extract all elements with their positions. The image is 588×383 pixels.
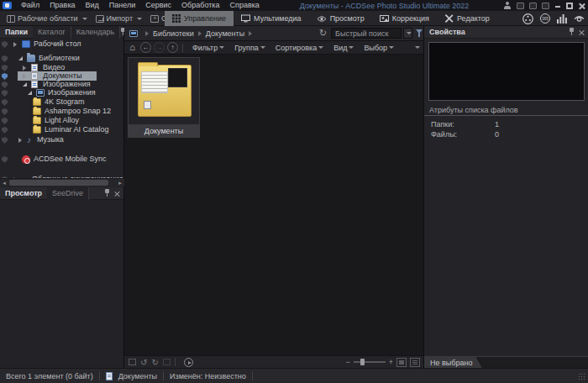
easy-select-icon[interactable] <box>2 73 8 80</box>
pin-icon[interactable] <box>569 28 575 36</box>
tab-folders[interactable]: Папки <box>0 26 33 39</box>
filter-label: Фильтр <box>192 44 218 52</box>
filter-funnel-icon[interactable] <box>416 29 423 34</box>
easy-select-icon[interactable] <box>2 65 8 71</box>
easy-select-icon[interactable] <box>2 90 8 97</box>
panel-toggle-2-icon[interactable] <box>529 3 537 9</box>
panel-toggle-3-icon[interactable] <box>542 3 549 9</box>
zoom-in-icon[interactable]: + <box>389 358 393 366</box>
tab-manage[interactable]: Управление <box>165 11 234 26</box>
tab-not-selected[interactable]: Не выбрано <box>424 357 482 369</box>
refresh-icon[interactable]: ↻ <box>318 28 328 39</box>
tree-horizontal-scrollbar[interactable]: ◂ ▸ <box>0 178 124 186</box>
expand-arrow-icon[interactable] <box>23 74 26 79</box>
tree-item-mobile-sync[interactable]: ACDSee Mobile Sync <box>0 155 123 164</box>
minimize-button[interactable] <box>554 3 561 9</box>
tab-preview[interactable]: Просмотр <box>0 187 47 200</box>
group-dropdown[interactable]: Группа <box>229 44 270 52</box>
folder-tile-documents[interactable]: Документы <box>128 57 200 138</box>
filter-dropdown[interactable]: Фильтр <box>187 44 229 52</box>
thumbnail-view-icon[interactable] <box>396 358 407 367</box>
tree-item-images-folder[interactable]: Изображения <box>0 88 123 97</box>
easy-select-icon[interactable] <box>2 81 8 88</box>
menu-edit[interactable]: Правка <box>45 0 80 11</box>
toolbar-more-icon[interactable] <box>415 46 420 49</box>
rotate-right-icon[interactable]: ↻ <box>151 356 158 369</box>
sort-dropdown[interactable]: Сортировка <box>270 44 328 52</box>
easy-select-icon[interactable] <box>2 137 8 144</box>
menu-help[interactable]: Справка <box>225 0 265 11</box>
delete-icon[interactable] <box>163 359 171 365</box>
dashboard-bars-icon[interactable] <box>557 13 567 24</box>
tree-item-libraries[interactable]: Библиотеки <box>0 54 123 63</box>
home-icon[interactable]: ⌂ <box>127 42 138 53</box>
group-label: Группа <box>234 44 259 52</box>
expand-arrow-icon[interactable] <box>23 66 26 71</box>
up-icon[interactable]: ↑ <box>167 42 178 53</box>
computer-icon[interactable] <box>129 30 138 37</box>
menu-service[interactable]: Сервис <box>140 0 176 11</box>
scroll-right-icon[interactable]: ▸ <box>116 179 124 187</box>
expand-arrow-icon[interactable] <box>13 42 17 47</box>
scroll-left-icon[interactable]: ◂ <box>0 179 8 187</box>
close-panel-icon[interactable] <box>114 191 120 197</box>
breadcrumb-documents[interactable]: Документы <box>206 29 244 38</box>
import-button[interactable]: Импорт <box>92 11 146 26</box>
details-view-icon[interactable] <box>410 358 420 367</box>
zoom-slider[interactable] <box>354 361 386 363</box>
zoom-out-icon[interactable]: − <box>345 358 349 366</box>
files-area[interactable]: Документы <box>124 55 423 355</box>
film-reel-icon[interactable] <box>522 13 533 24</box>
tab-media[interactable]: Мультимедиа <box>234 11 309 26</box>
easy-select-icon[interactable] <box>2 108 8 115</box>
search-input[interactable] <box>331 28 402 39</box>
acdsee-365-icon[interactable]: 365 <box>540 13 550 24</box>
zoom-slider-thumb[interactable] <box>360 359 365 365</box>
close-button[interactable] <box>578 3 585 9</box>
sync-eye-icon[interactable] <box>574 14 585 24</box>
tree-item-4k-stogram[interactable]: 4K Stogram <box>0 97 123 107</box>
easy-select-icon[interactable] <box>2 127 8 134</box>
slideshow-icon[interactable] <box>184 358 193 367</box>
collapse-arrow-icon[interactable] <box>18 56 23 60</box>
tab-seedrive[interactable]: SeeDrive <box>47 187 89 200</box>
breadcrumb-libraries[interactable]: Библиотеки <box>153 29 194 38</box>
select-dropdown[interactable]: Выбор <box>359 44 399 52</box>
tree-item-music[interactable]: ♪ Музыка <box>0 135 123 144</box>
tab-develop[interactable]: Коррекция <box>372 11 437 26</box>
tab-editor[interactable]: Редактор <box>437 11 497 26</box>
search-dropdown-button[interactable] <box>403 28 412 39</box>
tab-catalog[interactable]: Каталог <box>33 26 71 39</box>
menu-file[interactable]: Файл <box>16 0 45 11</box>
menu-process[interactable]: Обработка <box>176 0 224 11</box>
back-icon[interactable]: ← <box>140 42 151 53</box>
menu-view[interactable]: Вид <box>81 0 104 11</box>
menu-panels[interactable]: Панели <box>104 0 140 11</box>
rotate-left-icon[interactable]: ↺ <box>140 356 147 369</box>
tree-item-luminar[interactable]: Luminar AI Catalog <box>0 125 123 134</box>
collapse-arrow-icon[interactable] <box>23 82 27 87</box>
easy-select-icon[interactable] <box>2 156 8 163</box>
easy-select-icon[interactable] <box>2 118 8 124</box>
easy-select-icon[interactable] <box>2 99 8 106</box>
close-panel-icon[interactable] <box>579 29 585 35</box>
account-icon[interactable] <box>503 2 512 10</box>
tree-item-light-alloy[interactable]: Light Alloy <box>0 116 123 125</box>
edit-image-icon[interactable] <box>129 359 136 365</box>
pin-icon[interactable] <box>104 189 110 197</box>
workspaces-button[interactable]: Рабочие области <box>3 11 92 26</box>
tab-calendar[interactable]: Календарь <box>71 26 120 39</box>
panel-toggle-1-icon[interactable] <box>517 3 524 9</box>
easy-select-icon[interactable] <box>2 55 8 62</box>
expand-arrow-icon[interactable] <box>18 138 22 143</box>
tab-view[interactable]: Просмотр <box>309 11 372 26</box>
tree-item-ashampoo[interactable]: Ashampoo Snap 12 <box>0 107 123 116</box>
resize-grip[interactable] <box>578 373 585 380</box>
tree-item-desktop[interactable]: Рабочий стол <box>0 39 123 49</box>
collapse-arrow-icon[interactable] <box>28 91 32 95</box>
forward-icon[interactable]: → <box>154 42 165 53</box>
easy-select-icon[interactable] <box>2 41 8 48</box>
view-dropdown[interactable]: Вид <box>328 44 359 52</box>
maximize-button[interactable] <box>566 3 573 9</box>
scrollbar-thumb[interactable] <box>9 180 108 186</box>
